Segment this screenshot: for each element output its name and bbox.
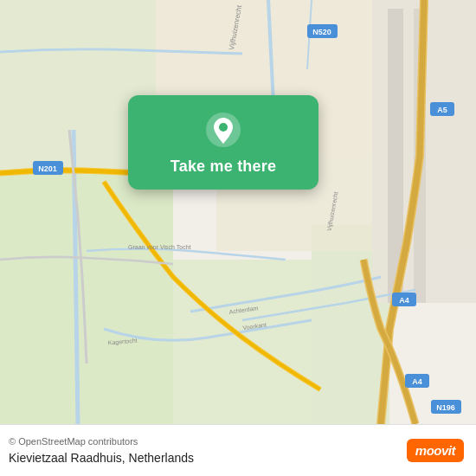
location-pin-icon [204,111,242,149]
svg-rect-2 [0,173,173,424]
svg-text:N201: N201 [38,164,57,173]
map-attribution: © OpenStreetMap contributors [9,436,194,447]
location-info: © OpenStreetMap contributors Kievietzaal… [9,436,194,465]
map-container: N201 N520 A5 A4 A4 N196 Vijfhuizenrecht … [0,0,476,424]
svg-text:N520: N520 [312,28,331,36]
svg-text:A4: A4 [399,296,409,305]
svg-text:A4: A4 [412,377,422,386]
moovit-logo-text: moovit [415,443,455,458]
moovit-logo: moovit [407,439,464,462]
svg-point-30 [219,123,228,132]
location-name: Kievietzaal Raadhuis, Netherlands [9,451,194,465]
svg-text:A5: A5 [437,106,447,114]
svg-text:Graan voor Visch Tocht: Graan voor Visch Tocht [128,244,191,250]
moovit-logo-box: moovit [407,439,464,462]
popup-card[interactable]: Take me there [128,95,318,190]
take-me-there-button[interactable]: Take me there [170,158,276,176]
bottom-bar: © OpenStreetMap contributors Kievietzaal… [0,424,476,476]
svg-rect-3 [173,260,312,424]
svg-text:N196: N196 [436,403,455,412]
